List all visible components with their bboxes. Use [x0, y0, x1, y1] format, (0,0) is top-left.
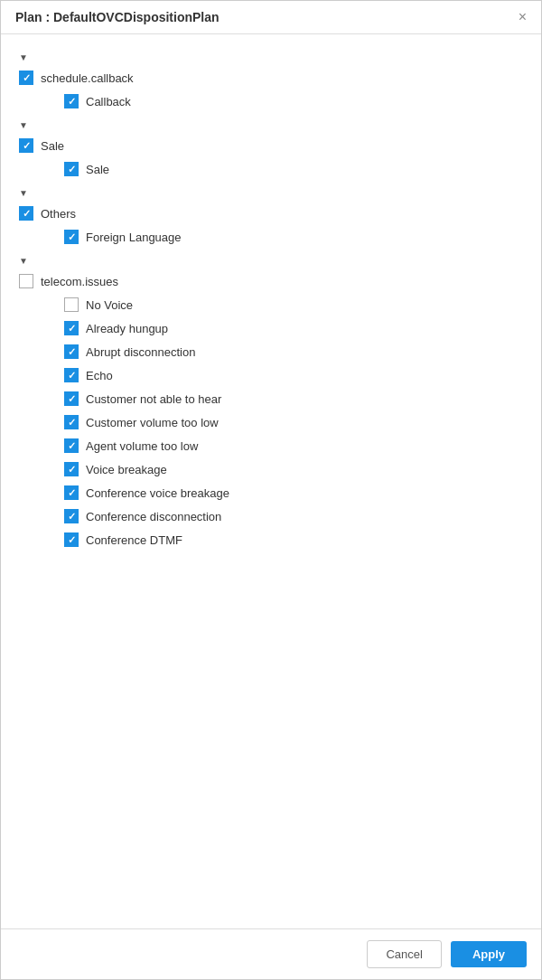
label-telecom-issues-2: Abrupt disconnection	[86, 345, 195, 359]
apply-button[interactable]: Apply	[451, 941, 527, 967]
checkbox-telecom-issues-8[interactable]	[64, 485, 79, 500]
child-telecom-issues-0: No Voice	[19, 293, 523, 316]
child-telecom-issues-8: Conference voice breakage	[19, 481, 523, 504]
child-telecom-issues-2: Abrupt disconnection	[19, 340, 523, 363]
label-telecom-issues-7: Voice breakage	[86, 463, 167, 476]
child-telecom-issues-10: Conference DTMF	[19, 528, 523, 551]
checkbox-telecom-issues-0[interactable]	[64, 297, 79, 312]
label-telecom-issues-3: Echo	[86, 369, 113, 382]
arrow-sale	[19, 120, 32, 130]
arrow-schedule-callback	[19, 52, 32, 62]
child-sale-0: Sale	[19, 157, 523, 181]
child-schedule-callback-0: Callback	[19, 90, 523, 113]
checkbox-others[interactable]	[19, 206, 33, 221]
checkbox-others-0[interactable]	[64, 230, 79, 244]
modal-title: Plan : DefaultOVCDispositionPlan	[15, 10, 220, 24]
label-schedule-callback: schedule.callback	[41, 71, 134, 85]
section-sale: SaleSale	[19, 117, 523, 181]
label-others: Others	[41, 207, 76, 221]
label-telecom-issues: telecom.issues	[41, 275, 118, 288]
checkbox-telecom-issues-10[interactable]	[64, 532, 79, 547]
checkbox-telecom-issues[interactable]	[19, 274, 33, 288]
label-telecom-issues-5: Customer volume too low	[86, 416, 219, 429]
label-telecom-issues-6: Agent volume too low	[86, 439, 198, 453]
modal-footer: Cancel Apply	[1, 928, 541, 979]
checkbox-schedule-callback[interactable]	[19, 71, 33, 85]
child-telecom-issues-4: Customer not able to hear	[19, 387, 523, 410]
toggle-others[interactable]	[19, 184, 523, 202]
parent-telecom-issues: telecom.issues	[19, 269, 523, 293]
cancel-button[interactable]: Cancel	[367, 940, 441, 968]
label-telecom-issues-0: No Voice	[86, 298, 133, 312]
label-telecom-issues-4: Customer not able to hear	[86, 392, 221, 406]
checkbox-telecom-issues-6[interactable]	[64, 438, 79, 453]
child-telecom-issues-3: Echo	[19, 363, 523, 387]
modal-body: schedule.callbackCallbackSaleSaleOthersF…	[1, 34, 541, 928]
child-telecom-issues-1: Already hungup	[19, 316, 523, 340]
parent-schedule-callback: schedule.callback	[19, 66, 523, 90]
section-telecom-issues: telecom.issuesNo VoiceAlready hungupAbru…	[19, 252, 523, 551]
checkbox-telecom-issues-9[interactable]	[64, 509, 79, 523]
label-telecom-issues-1: Already hungup	[86, 322, 168, 335]
label-telecom-issues-9: Conference disconnection	[86, 510, 221, 523]
child-others-0: Foreign Language	[19, 225, 523, 249]
label-sale: Sale	[41, 139, 64, 153]
child-telecom-issues-5: Customer volume too low	[19, 410, 523, 434]
child-telecom-issues-6: Agent volume too low	[19, 434, 523, 457]
section-schedule-callback: schedule.callbackCallback	[19, 49, 523, 113]
checkbox-telecom-issues-1[interactable]	[64, 321, 79, 335]
label-schedule-callback-0: Callback	[86, 95, 131, 108]
child-telecom-issues-9: Conference disconnection	[19, 504, 523, 528]
parent-sale: Sale	[19, 134, 523, 157]
parent-others: Others	[19, 202, 523, 225]
modal-header: Plan : DefaultOVCDispositionPlan ×	[1, 1, 541, 34]
label-others-0: Foreign Language	[86, 231, 182, 244]
arrow-telecom-issues	[19, 256, 32, 266]
checkbox-telecom-issues-4[interactable]	[64, 391, 79, 406]
checkbox-telecom-issues-2[interactable]	[64, 344, 79, 359]
modal-container: Plan : DefaultOVCDispositionPlan × sched…	[0, 0, 542, 980]
close-button[interactable]: ×	[519, 10, 527, 24]
arrow-others	[19, 188, 32, 198]
label-telecom-issues-10: Conference DTMF	[86, 533, 182, 547]
toggle-schedule-callback[interactable]	[19, 49, 523, 66]
checkbox-telecom-issues-7[interactable]	[64, 462, 79, 476]
checkbox-sale[interactable]	[19, 138, 33, 153]
toggle-telecom-issues[interactable]	[19, 252, 523, 269]
toggle-sale[interactable]	[19, 117, 523, 134]
checkbox-schedule-callback-0[interactable]	[64, 94, 79, 108]
checkbox-telecom-issues-3[interactable]	[64, 368, 79, 382]
child-telecom-issues-7: Voice breakage	[19, 457, 523, 481]
section-others: OthersForeign Language	[19, 184, 523, 249]
checkbox-sale-0[interactable]	[64, 162, 79, 176]
label-sale-0: Sale	[86, 163, 109, 176]
label-telecom-issues-8: Conference voice breakage	[86, 486, 229, 500]
checkbox-telecom-issues-5[interactable]	[64, 415, 79, 429]
